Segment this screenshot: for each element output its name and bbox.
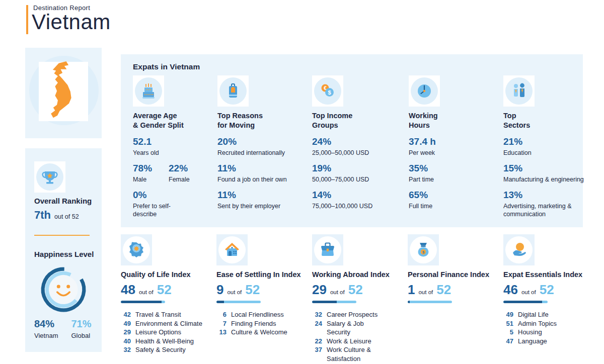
stat: 19% 50,000–75,000 USD — [312, 162, 405, 184]
stat: 11% Found a job on their own — [217, 162, 308, 184]
stat: 35% Part time — [409, 162, 499, 184]
smiley-donut-chart — [39, 265, 88, 314]
index-working-abroad: Working Abroad Index 29 out of 52 32Care… — [312, 234, 401, 363]
subrank-row: 6Local Friendliness — [216, 310, 305, 319]
subrank-row: 42Travel & Transit — [121, 310, 209, 319]
index-rank: 48 out of 52 — [121, 282, 209, 298]
index-quality-of-life: Quality of Life Index 48 out of 52 42Tra… — [121, 234, 209, 354]
index-personal-finance: $ Personal Finance Index 1 out of 52 — [408, 234, 496, 303]
column-heading: Top Reasons for Moving — [217, 111, 308, 130]
people-icon — [503, 75, 535, 107]
hand-coin-icon — [503, 234, 535, 265]
trophy-icon — [34, 161, 65, 193]
destination-report-page: Destination Report Vietnam Overall Ranki… — [0, 0, 604, 364]
happiness-local-value: 84% — [34, 318, 58, 330]
cake-icon — [133, 75, 164, 107]
index-subranks: 6Local Friendliness 7Finding Friends 13C… — [216, 310, 305, 337]
stat: 37.4 h Per week — [409, 136, 499, 157]
rank-progress-bar — [503, 301, 548, 303]
subrank-row: 32Career Prospects — [312, 310, 388, 319]
index-subranks: 32Career Prospects 24Salary & Job Securi… — [312, 310, 388, 363]
index-title: Expat Essentials Index — [503, 270, 592, 279]
ranking-number: 7th — [34, 209, 51, 222]
subrank-row: 49Digital Life — [503, 310, 592, 319]
stat: 11% Sent by their employer — [217, 189, 308, 210]
rank-progress-bar — [408, 301, 452, 303]
stat-female: 22% Female — [169, 162, 190, 184]
happiness-local-label: Vietnam — [34, 332, 58, 339]
clock-icon — [409, 75, 440, 107]
stat: 14% 75,000–100,000 USD — [312, 189, 405, 210]
column-heading: Top Income Groups — [312, 111, 405, 130]
happiness-title: Happiness Level — [34, 250, 94, 258]
happiness-local: 84% Vietnam — [34, 318, 58, 339]
index-expat-essentials: Expat Essentials Index 46 out of 52 49Di… — [503, 234, 592, 345]
expats-column-sectors: Top Sectors 21% Education 15% Manufactur… — [503, 75, 583, 218]
expats-section-title: Expats in Vietnam — [133, 62, 200, 71]
rank-progress-bar — [121, 301, 165, 303]
coins-icon: € $ — [312, 75, 343, 107]
rank-progress-bar — [216, 301, 261, 303]
ranking-suffix: out of 52 — [54, 213, 79, 220]
stat: 15% Manufacturing & engineering — [503, 162, 589, 184]
index-title: Working Abroad Index — [312, 270, 401, 279]
stat-male: 78% Male — [133, 162, 169, 184]
divider — [34, 235, 90, 236]
map-card — [25, 48, 102, 138]
money-bag-icon: $ — [408, 234, 439, 265]
column-heading: Top Sectors — [503, 111, 583, 130]
rosette-badge-icon — [121, 234, 152, 265]
happiness-global-value: 71% — [71, 318, 91, 330]
index-ease-of-settling-in: Ease of Settling In Index 9 out of 52 6L… — [216, 234, 305, 337]
index-subranks: 49Digital Life 51Admin Topics 5Housing 4… — [503, 310, 592, 345]
subrank-row: 22Work & Leisure — [312, 337, 388, 346]
stat: 24% 25,000–50,000 USD — [312, 136, 405, 157]
subrank-row: 51Admin Topics — [503, 319, 592, 328]
subrank-row: 24Salary & Job Security — [312, 319, 388, 337]
stat-gender-split: 78% Male 22% Female — [133, 157, 213, 184]
subrank-row: 7Finding Friends — [216, 319, 305, 328]
house-icon — [216, 234, 248, 265]
happiness-global-label: Global — [71, 332, 91, 339]
subrank-row: 47Language — [503, 337, 592, 346]
overall-ranking-title: Overall Ranking — [34, 197, 92, 205]
subrank-row: 13Culture & Welcome — [216, 328, 305, 337]
stat-average-age: 52.1 Years old — [133, 136, 213, 157]
index-rank: 46 out of 52 — [503, 282, 592, 298]
briefcase-icon — [312, 234, 343, 265]
index-title: Ease of Settling In Index — [216, 270, 305, 279]
subrank-row: 37Work Culture & Satisfaction — [312, 345, 388, 363]
expats-column-age-gender: Average Age & Gender Split 52.1 Years ol… — [133, 75, 213, 218]
suitcase-icon — [217, 75, 249, 107]
stat: 13% Advertising, marketing & communicati… — [503, 189, 579, 218]
expats-column-reasons: Top Reasons for Moving 20% Recruited int… — [217, 75, 308, 210]
stat-self-describe: 0% Prefer to self-describe — [133, 189, 181, 218]
index-title: Personal Finance Index — [408, 270, 496, 279]
expats-panel: Expats in Vietnam Average Age & Gende — [121, 54, 583, 227]
vietnam-map-icon — [40, 57, 87, 125]
index-rank: 29 out of 52 — [312, 282, 401, 298]
rank-progress-bar — [312, 301, 356, 303]
orange-accent-bar — [26, 5, 28, 34]
stat: 65% Full time — [409, 189, 499, 210]
page-title: Vietnam — [32, 10, 111, 34]
svg-text:$: $ — [328, 89, 331, 96]
index-rank: 9 out of 52 — [216, 282, 305, 298]
expats-column-income: € $ Top Income Groups 24% 25,000–50,000 … — [312, 75, 405, 210]
subrank-row: 40Health & Well-Being — [121, 337, 209, 346]
ranking-card: Overall Ranking 7th out of 52 Happiness … — [25, 148, 102, 352]
stat: 20% Recruited internationally — [217, 136, 308, 157]
column-heading: Average Age & Gender Split — [133, 111, 213, 130]
expats-column-hours: Working Hours 37.4 h Per week 35% Part t… — [409, 75, 499, 210]
subrank-row: 29Leisure Options — [121, 328, 209, 337]
index-subranks: 42Travel & Transit 49Environment & Clima… — [121, 310, 209, 354]
happiness-global: 71% Global — [71, 318, 91, 339]
index-title: Quality of Life Index — [121, 270, 209, 279]
overall-ranking-value: 7th out of 52 — [34, 209, 79, 222]
column-heading: Working Hours — [409, 111, 499, 130]
subrank-row: 49Environment & Climate — [121, 319, 209, 328]
happiness-values: 84% Vietnam 71% Global — [34, 318, 92, 339]
index-rank: 1 out of 52 — [408, 282, 496, 298]
subrank-row: 32Safety & Security — [121, 345, 209, 354]
stat: 21% Education — [503, 136, 583, 157]
